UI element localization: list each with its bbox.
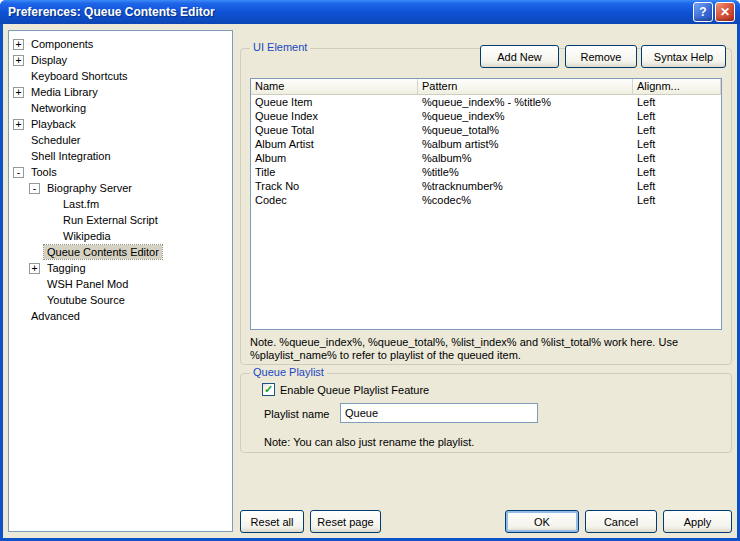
- playlist-name-input[interactable]: [340, 403, 538, 423]
- tree-item-last-fm[interactable]: Last.fm: [9, 196, 232, 212]
- cell-align: Left: [633, 151, 721, 165]
- tree-item-media-library[interactable]: +Media Library: [9, 84, 232, 100]
- cell-align: Left: [633, 193, 721, 207]
- apply-button[interactable]: Apply: [663, 510, 732, 533]
- tree-item-label: Wikipedia: [60, 229, 114, 243]
- tree-item-label: Run External Script: [60, 213, 161, 227]
- tree-item-advanced[interactable]: Advanced: [9, 308, 232, 324]
- preferences-tree: +Components+DisplayKeyboard Shortcuts+Me…: [8, 30, 233, 532]
- expand-icon[interactable]: +: [13, 55, 24, 66]
- tree-item-playback[interactable]: +Playback: [9, 116, 232, 132]
- expand-icon[interactable]: +: [13, 39, 24, 50]
- collapse-icon[interactable]: -: [13, 167, 24, 178]
- tree-item-label: Media Library: [28, 85, 101, 99]
- cell-name: Album Artist: [251, 137, 418, 151]
- reset-all-button[interactable]: Reset all: [240, 510, 304, 533]
- ok-button[interactable]: OK: [505, 510, 579, 533]
- leaf-spacer: [45, 231, 56, 242]
- cell-align: Left: [633, 137, 721, 151]
- cell-pattern: %queue_index%: [418, 109, 633, 123]
- ui-element-table: Name Pattern Alignm... Queue Item%queue_…: [250, 78, 722, 330]
- tree-item-tools[interactable]: -Tools: [9, 164, 232, 180]
- tree-item-label: Tagging: [44, 261, 89, 275]
- cell-name: Album: [251, 151, 418, 165]
- leaf-spacer: [13, 71, 24, 82]
- reset-page-button[interactable]: Reset page: [310, 510, 381, 533]
- cell-align: Left: [633, 109, 721, 123]
- cell-name: Queue Total: [251, 123, 418, 137]
- tree-item-run-external-script[interactable]: Run External Script: [9, 212, 232, 228]
- enable-queue-playlist-checkbox[interactable]: ✓: [262, 383, 275, 396]
- titlebar[interactable]: Preferences: Queue Contents Editor ? ✕: [0, 0, 740, 24]
- tree-item-scheduler[interactable]: Scheduler: [9, 132, 232, 148]
- add-new-button[interactable]: Add New: [480, 45, 559, 68]
- cell-pattern: %codec%: [418, 193, 633, 207]
- enable-queue-playlist-label: Enable Queue Playlist Feature: [280, 384, 429, 396]
- tree-item-label: Youtube Source: [44, 293, 128, 307]
- column-header-pattern[interactable]: Pattern: [418, 79, 633, 95]
- table-row[interactable]: Codec%codec%Left: [251, 193, 721, 207]
- cell-pattern: %title%: [418, 165, 633, 179]
- tree-item-biography-server[interactable]: -Biography Server: [9, 180, 232, 196]
- enable-queue-playlist-row[interactable]: ✓ Enable Queue Playlist Feature: [262, 383, 429, 396]
- cell-pattern: %queue_total%: [418, 123, 633, 137]
- tree-item-label: WSH Panel Mod: [44, 277, 131, 291]
- preferences-window: Preferences: Queue Contents Editor ? ✕ +…: [0, 0, 740, 541]
- cell-align: Left: [633, 179, 721, 193]
- cell-pattern: %tracknumber%: [418, 179, 633, 193]
- leaf-spacer: [13, 151, 24, 162]
- leaf-spacer: [29, 295, 40, 306]
- tree-item-queue-contents-editor[interactable]: Queue Contents Editor: [9, 244, 232, 260]
- column-header-name[interactable]: Name: [251, 79, 418, 95]
- tree-item-tagging[interactable]: +Tagging: [9, 260, 232, 276]
- table-row[interactable]: Title%title%Left: [251, 165, 721, 179]
- tree-item-label: Queue Contents Editor: [44, 245, 162, 259]
- tree-item-label: Tools: [28, 165, 60, 179]
- cell-pattern: %album%: [418, 151, 633, 165]
- tree-item-display[interactable]: +Display: [9, 52, 232, 68]
- table-row[interactable]: Queue Item%queue_index% - %title%Left: [251, 95, 721, 109]
- close-button[interactable]: ✕: [715, 2, 735, 22]
- cell-pattern: %queue_index% - %title%: [418, 95, 633, 109]
- table-row[interactable]: Album Artist%album artist%Left: [251, 137, 721, 151]
- table-body: Queue Item%queue_index% - %title%LeftQue…: [251, 95, 721, 207]
- cell-name: Track No: [251, 179, 418, 193]
- help-button[interactable]: ?: [693, 2, 713, 22]
- expand-icon[interactable]: +: [29, 263, 40, 274]
- cancel-button[interactable]: Cancel: [585, 510, 657, 533]
- ui-element-note: Note. %queue_index%, %queue_total%, %lis…: [250, 336, 728, 362]
- ui-element-group-label: UI Element: [250, 41, 310, 53]
- table-header: Name Pattern Alignm...: [251, 79, 721, 95]
- column-header-alignment[interactable]: Alignm...: [633, 79, 721, 95]
- tree-item-shell-integration[interactable]: Shell Integration: [9, 148, 232, 164]
- tree-item-wikipedia[interactable]: Wikipedia: [9, 228, 232, 244]
- tree-item-wsh-panel-mod[interactable]: WSH Panel Mod: [9, 276, 232, 292]
- table-row[interactable]: Track No%tracknumber%Left: [251, 179, 721, 193]
- dialog-body: +Components+DisplayKeyboard Shortcuts+Me…: [3, 24, 737, 538]
- table-row[interactable]: Queue Index%queue_index%Left: [251, 109, 721, 123]
- syntax-help-button[interactable]: Syntax Help: [641, 45, 726, 68]
- leaf-spacer: [45, 215, 56, 226]
- expand-icon[interactable]: +: [13, 87, 24, 98]
- close-icon: ✕: [720, 5, 730, 19]
- tree-item-youtube-source[interactable]: Youtube Source: [9, 292, 232, 308]
- tree-item-label: Keyboard Shortcuts: [28, 69, 131, 83]
- cell-align: Left: [633, 95, 721, 109]
- cell-name: Title: [251, 165, 418, 179]
- tree-item-components[interactable]: +Components: [9, 36, 232, 52]
- collapse-icon[interactable]: -: [29, 183, 40, 194]
- cell-align: Left: [633, 123, 721, 137]
- tree-item-keyboard-shortcuts[interactable]: Keyboard Shortcuts: [9, 68, 232, 84]
- remove-button[interactable]: Remove: [565, 45, 637, 68]
- help-icon: ?: [699, 5, 706, 19]
- tree-item-label: Playback: [28, 117, 79, 131]
- tree-item-networking[interactable]: Networking: [9, 100, 232, 116]
- check-icon: ✓: [264, 384, 273, 395]
- table-row[interactable]: Queue Total%queue_total%Left: [251, 123, 721, 137]
- leaf-spacer: [29, 279, 40, 290]
- tree-item-label: Shell Integration: [28, 149, 114, 163]
- expand-icon[interactable]: +: [13, 119, 24, 130]
- leaf-spacer: [13, 103, 24, 114]
- table-row[interactable]: Album%album%Left: [251, 151, 721, 165]
- titlebar-buttons: ? ✕: [693, 2, 735, 22]
